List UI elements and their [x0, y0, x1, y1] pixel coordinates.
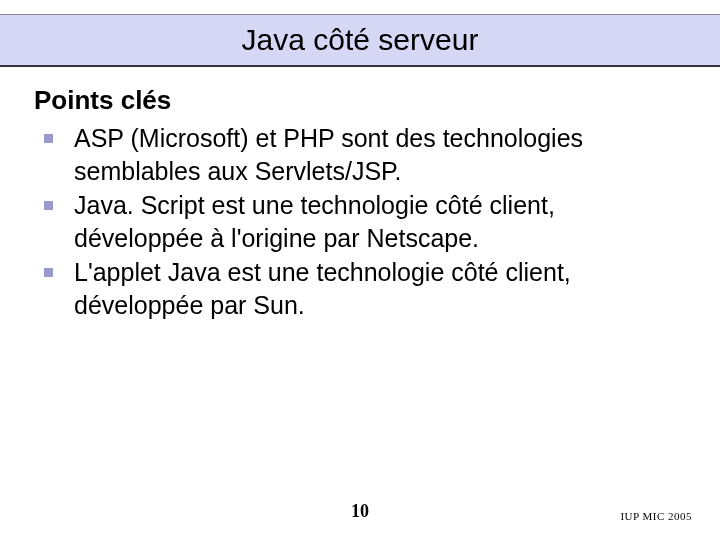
title-bar: Java côté serveur: [0, 14, 720, 67]
page-number: 10: [0, 501, 720, 522]
content-area: Points clés ASP (Microsoft) et PHP sont …: [0, 67, 720, 321]
bullet-icon: [44, 268, 53, 277]
list-item: L'applet Java est une technologie côté c…: [34, 256, 686, 321]
slide-title: Java côté serveur: [0, 23, 720, 57]
list-item: Java. Script est une technologie côté cl…: [34, 189, 686, 254]
list-item: ASP (Microsoft) et PHP sont des technolo…: [34, 122, 686, 187]
bullet-icon: [44, 134, 53, 143]
bullet-list: ASP (Microsoft) et PHP sont des technolo…: [34, 122, 686, 321]
bullet-text: ASP (Microsoft) et PHP sont des technolo…: [74, 124, 583, 185]
bullet-icon: [44, 201, 53, 210]
section-heading: Points clés: [34, 85, 686, 116]
bullet-text: L'applet Java est une technologie côté c…: [74, 258, 571, 319]
footer-credit: IUP MIC 2005: [620, 510, 692, 522]
bullet-text: Java. Script est une technologie côté cl…: [74, 191, 555, 252]
